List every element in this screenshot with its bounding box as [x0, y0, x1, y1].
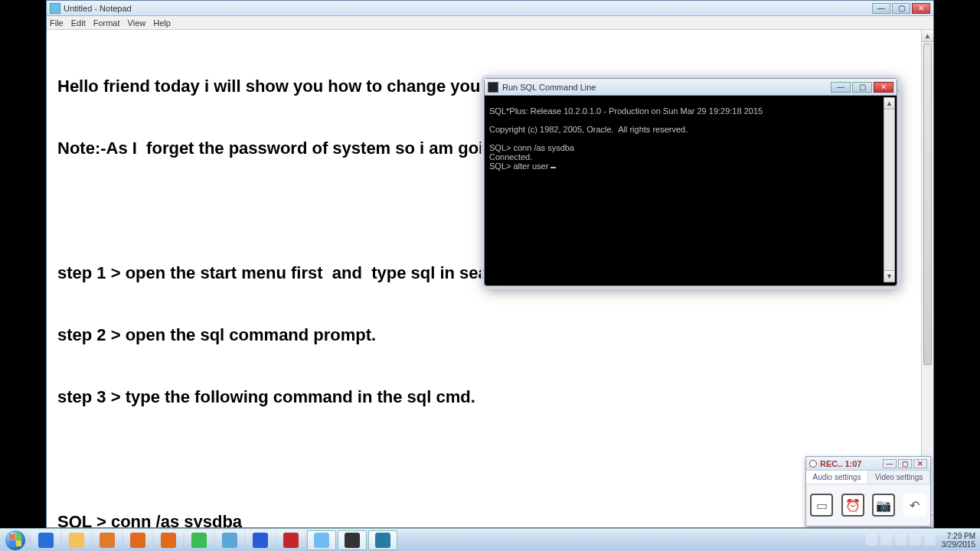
letterbox-right: [934, 0, 980, 551]
fullscreen-icon[interactable]: ▭: [810, 494, 833, 517]
terminal-line: SQL> alter user: [489, 161, 881, 171]
recorder-toolbar: ▭ ⏰ 📷 ↶: [806, 484, 930, 526]
scroll-up-icon[interactable]: ▲: [922, 30, 933, 42]
start-button[interactable]: [0, 529, 31, 552]
close-button[interactable]: ✕: [913, 459, 927, 468]
taskbar-clock[interactable]: 7:29 PM 3/29/2015: [942, 532, 976, 549]
scroll-thumb[interactable]: [923, 44, 932, 365]
network-icon: [222, 533, 237, 548]
close-button[interactable]: ✕: [912, 3, 930, 14]
scroll-down-icon[interactable]: ▼: [884, 270, 894, 282]
text-line: step 3 > type the following command in t…: [57, 386, 923, 407]
notepad-menubar: File Edit Format View Help: [47, 16, 933, 30]
menu-help[interactable]: Help: [153, 18, 171, 28]
camera-icon[interactable]: 📷: [872, 494, 895, 517]
recorder-title: REC.. 1:07: [820, 459, 861, 468]
taskbar-item-notepad[interactable]: [307, 530, 336, 550]
tray-icon[interactable]: [895, 534, 906, 546]
notepad-titlebar[interactable]: Untitled - Notepad — ▢ ✕: [47, 1, 933, 16]
terminal-line: SQL*Plus: Release 10.2.0.1.0 - Productio…: [489, 106, 881, 116]
sql-command-window: Run SQL Command Line — ▢ ✕ SQL*Plus: Rel…: [484, 78, 897, 286]
tray-icon[interactable]: [924, 534, 936, 546]
cmd-icon: [345, 533, 360, 548]
menu-format[interactable]: Format: [93, 18, 120, 28]
record-icon: [809, 460, 817, 468]
wmp-icon: [100, 533, 115, 548]
ie-icon: [38, 533, 54, 548]
taskbar: 7:29 PM 3/29/2015: [0, 528, 980, 551]
cmd-terminal[interactable]: SQL*Plus: Release 10.2.0.1.0 - Productio…: [488, 96, 883, 282]
letterbox-left: [0, 0, 46, 551]
taskbar-item-network[interactable]: [215, 530, 244, 550]
taskbar-item-wmp[interactable]: [93, 530, 122, 550]
pdf-icon: [283, 533, 299, 548]
menu-edit[interactable]: Edit: [71, 18, 86, 28]
clock-time: 7:29 PM: [942, 532, 976, 540]
clock-date: 3/29/2015: [942, 540, 976, 549]
vlc-icon: [130, 533, 145, 548]
timer-icon[interactable]: ⏰: [841, 494, 864, 517]
terminal-line: Connected.: [489, 152, 881, 161]
maximize-button[interactable]: ▢: [852, 82, 872, 93]
close-button[interactable]: ✕: [874, 82, 893, 93]
cursor-icon: [550, 167, 556, 168]
taskbar-item-sql[interactable]: [368, 530, 397, 550]
taskbar-item-vlc[interactable]: [123, 530, 152, 550]
minimize-button[interactable]: —: [883, 459, 897, 468]
taskbar-item-word[interactable]: [246, 530, 275, 550]
tab-audio[interactable]: Audio settings: [806, 471, 868, 484]
notepad-scrollbar[interactable]: ▲ ▼: [921, 30, 933, 527]
menu-file[interactable]: File: [50, 18, 64, 28]
taskbar-item-pdf[interactable]: [276, 530, 305, 550]
terminal-line: Copyright (c) 1982, 2005, Oracle. All ri…: [489, 125, 881, 134]
taskbar-item-chrome[interactable]: [185, 530, 214, 550]
cmd-title: Run SQL Command Line: [502, 83, 596, 92]
cmd-icon: [488, 82, 498, 93]
recorder-tabs: Audio settings Video settings: [806, 471, 930, 484]
system-tray: 7:29 PM 3/29/2015: [860, 532, 981, 549]
notepad-icon: [314, 533, 329, 548]
cmd-titlebar[interactable]: Run SQL Command Line — ▢ ✕: [485, 79, 897, 96]
terminal-line: SQL> conn /as sysdba: [489, 143, 881, 152]
taskbar-item-cmd[interactable]: [338, 530, 367, 550]
cmd-scrollbar[interactable]: ▲ ▼: [884, 97, 895, 282]
tab-video[interactable]: Video settings: [868, 471, 930, 484]
word-icon: [253, 533, 268, 548]
taskbar-item-explorer[interactable]: [62, 530, 91, 550]
maximize-button[interactable]: ▢: [898, 459, 912, 468]
explorer-icon: [69, 533, 84, 548]
maximize-button[interactable]: ▢: [892, 3, 910, 14]
minimize-button[interactable]: —: [872, 3, 890, 14]
text-line: step 2 > open the sql command prompt.: [57, 324, 923, 345]
screen-recorder-window: REC.. 1:07 — ▢ ✕ Audio settings Video se…: [805, 456, 931, 527]
tray-icon[interactable]: [880, 534, 892, 546]
scroll-up-icon[interactable]: ▲: [884, 98, 894, 109]
undo-icon[interactable]: ↶: [903, 494, 926, 517]
notepad-title: Untitled - Notepad: [64, 4, 132, 13]
taskbar-item-firefox[interactable]: [154, 530, 183, 550]
firefox-icon: [161, 533, 176, 548]
text-line: SQL > conn /as sysdba: [57, 511, 923, 527]
chrome-icon: [191, 533, 207, 548]
taskbar-item-ie[interactable]: [31, 530, 60, 550]
menu-view[interactable]: View: [128, 18, 146, 28]
recorder-titlebar[interactable]: REC.. 1:07 — ▢ ✕: [806, 457, 930, 471]
notepad-icon: [50, 3, 60, 14]
sql-icon: [375, 533, 390, 548]
tray-icon[interactable]: [910, 534, 921, 546]
tray-icon[interactable]: [866, 534, 877, 546]
windows-logo-icon: [5, 530, 25, 550]
minimize-button[interactable]: —: [831, 82, 851, 93]
